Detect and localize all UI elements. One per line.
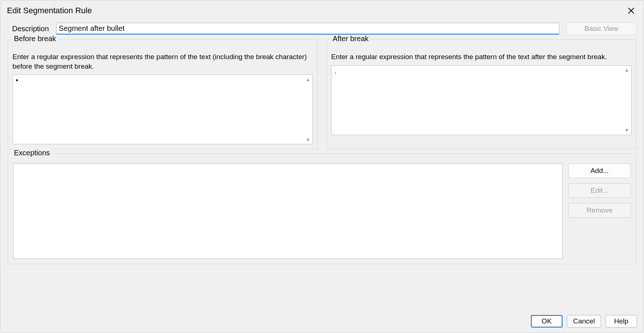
after-break-input[interactable] xyxy=(331,65,632,135)
close-button[interactable] xyxy=(625,4,638,17)
before-break-help: Enter a regular expression that represen… xyxy=(12,52,313,71)
exceptions-buttons: Add... Edit... Remove xyxy=(568,163,631,259)
ok-button[interactable]: OK xyxy=(531,315,562,327)
chevron-up-icon: ▲ xyxy=(625,67,629,73)
dialog-body: Description Basic View Before break Ente… xyxy=(0,19,644,312)
before-break-group: Before break Enter a regular expression … xyxy=(8,39,318,149)
after-break-title: After break xyxy=(330,35,371,43)
break-columns: Before break Enter a regular expression … xyxy=(8,39,636,149)
after-break-help: Enter a regular expression that represen… xyxy=(331,52,632,62)
description-label: Description xyxy=(8,25,49,33)
dialog-title: Edit Segmentation Rule xyxy=(7,6,92,15)
exceptions-list[interactable] xyxy=(13,163,562,259)
chevron-down-icon: ▼ xyxy=(625,127,629,133)
before-break-input[interactable] xyxy=(12,75,313,144)
exceptions-title: Exceptions xyxy=(12,149,52,157)
after-break-input-wrap: ▲ ▼ xyxy=(331,65,632,135)
after-break-up-button[interactable]: ▲ xyxy=(623,66,630,74)
cancel-button[interactable]: Cancel xyxy=(567,315,601,327)
after-break-group: After break Enter a regular expression t… xyxy=(326,39,636,149)
remove-exception-button[interactable]: Remove xyxy=(568,203,631,218)
edit-exception-button[interactable]: Edit... xyxy=(568,183,631,198)
before-break-up-button[interactable]: ▲ xyxy=(304,76,312,83)
chevron-down-icon: ▼ xyxy=(306,137,311,142)
before-break-down-button[interactable]: ▼ xyxy=(304,136,312,143)
chevron-up-icon: ▲ xyxy=(306,77,311,82)
description-row: Description Basic View xyxy=(8,22,636,35)
before-break-input-wrap: ▲ ▼ xyxy=(12,75,313,144)
before-break-title: Before break xyxy=(12,35,58,43)
titlebar: Edit Segmentation Rule xyxy=(0,0,644,19)
exceptions-group: Exceptions Add... Edit... Remove xyxy=(8,153,636,264)
after-break-down-button[interactable]: ▼ xyxy=(623,127,630,134)
description-input[interactable] xyxy=(56,23,559,35)
dialog-footer: OK Cancel Help xyxy=(0,312,644,333)
basic-view-button[interactable]: Basic View xyxy=(567,22,636,35)
help-button[interactable]: Help xyxy=(605,315,637,327)
edit-segmentation-rule-dialog: Edit Segmentation Rule Description Basic… xyxy=(0,0,644,333)
add-exception-button[interactable]: Add... xyxy=(568,163,631,178)
close-icon xyxy=(627,7,635,14)
